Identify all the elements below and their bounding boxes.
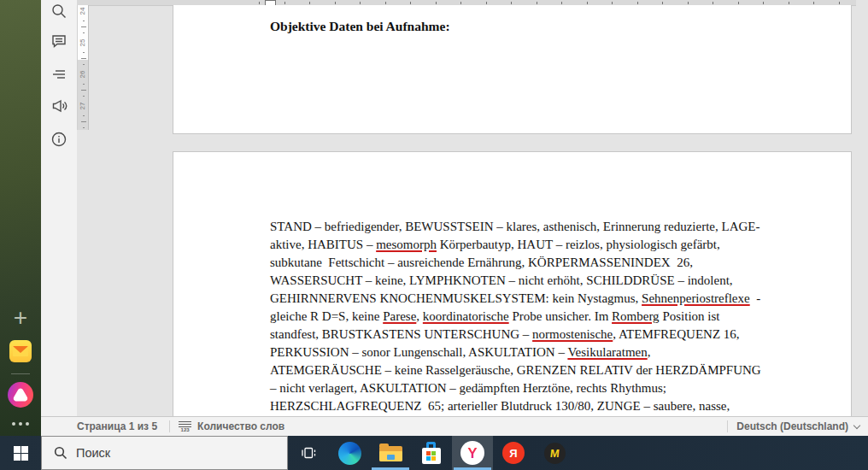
comments-button[interactable] (41, 26, 77, 56)
m-app-button[interactable]: M (534, 436, 575, 470)
statusbar-divider (727, 420, 728, 432)
about-button[interactable] (41, 125, 77, 154)
feedback-icon (50, 97, 67, 115)
screen: + (0, 0, 868, 470)
ruler-number: 24 (79, 5, 87, 17)
text-line: WASSERSUCHT – keine, LYMPHKNOTEN – nicht… (270, 272, 817, 290)
add-tab-icon[interactable]: + (0, 306, 41, 332)
navigation-icon (50, 66, 67, 83)
microsoft-store-button[interactable] (411, 436, 452, 470)
windows-logo-icon (14, 446, 28, 461)
comments-icon (50, 32, 67, 50)
language-label: Deutsch (Deutschland) (736, 420, 848, 432)
text-line: PERKUSSION – sonor Lungenschall, ASKULTA… (270, 344, 817, 361)
ruler-number: 27 (79, 100, 87, 112)
yandex-icon: Я (502, 442, 525, 464)
about-icon (50, 131, 67, 148)
folder-icon (379, 444, 402, 461)
taskbar-search-input[interactable]: Поиск (41, 436, 288, 470)
ruler-number: 26 (79, 68, 87, 80)
text-line: – nicht verlagert, ASKULTATION – gedämpf… (270, 379, 817, 397)
text-line: ATEMGERÄUSCHE – keine Rasselgeräusche, G… (270, 361, 817, 379)
search-button[interactable] (41, 0, 77, 26)
feedback-button[interactable] (41, 91, 77, 120)
envelope-icon (13, 346, 28, 356)
text-line: STAND – befriedigender, BEWUSSTSEIN – kl… (270, 218, 817, 236)
status-bar: Страница 1 из 5 123 Количество слов Deut… (41, 416, 868, 436)
language-selector[interactable]: Deutsch (Deutschland) (736, 420, 868, 432)
text-line: GEHIRNNERVENS KNOCHENMUSKELSYSTEM: kein … (270, 290, 817, 308)
search-placeholder: Поиск (76, 446, 110, 460)
ruler-number: 25 (79, 37, 87, 49)
task-view-button[interactable] (288, 436, 329, 470)
search-icon (54, 446, 67, 460)
search-icon (50, 3, 67, 20)
taskbar: Поиск (0, 436, 868, 470)
yandex-browser-icon: Y (460, 441, 484, 465)
text-line: standfest, BRUSTKASTENS UNTERSCHUNG – no… (270, 326, 817, 344)
alice-assistant-icon[interactable] (8, 382, 33, 408)
word-count-icon: 123 (179, 420, 191, 432)
chevron-down-icon (853, 421, 860, 428)
text-line: aktive, HABITUS – mesomorph Körperbautyp… (270, 236, 817, 254)
sidebar-divider (11, 373, 30, 374)
navigation-button[interactable] (41, 60, 77, 89)
page2-text: STAND – befriedigender, BEWUSSTSEIN – kl… (270, 218, 817, 415)
yandex-app-button[interactable]: Я (493, 436, 534, 470)
document-page-2[interactable]: STAND – befriedigender, BEWUSSTSEIN – kl… (173, 151, 852, 416)
start-button[interactable] (0, 436, 41, 470)
m-app-icon: M (544, 443, 566, 464)
store-icon (421, 442, 442, 465)
file-explorer-button[interactable] (370, 436, 411, 470)
task-view-icon (300, 444, 317, 461)
document-page-1[interactable]: Objektive Daten bei Aufnahme: (173, 5, 852, 134)
text-line: HERZSCHLAGFREQUENZ 65; arterieller Blutd… (270, 397, 817, 415)
yandex-mail-icon[interactable] (9, 340, 32, 362)
edge-icon (338, 442, 361, 465)
vertical-ruler: 24252627 (77, 5, 89, 130)
browser-sidebar: + (0, 0, 41, 436)
edge-button[interactable] (329, 436, 370, 470)
page-indicator[interactable]: Страница 1 из 5 (77, 420, 157, 432)
word-count-button[interactable]: Количество слов (197, 420, 284, 432)
text-line: subkutane Fettschicht – ausreichende Ern… (270, 254, 817, 272)
text-line: gleiche R D=S, keine Parese, koordinator… (270, 308, 817, 326)
more-icon[interactable] (0, 415, 41, 422)
yandex-browser-button[interactable]: Y (452, 436, 493, 470)
statusbar-divider (169, 420, 170, 432)
editor-left-toolbar (41, 0, 77, 416)
document-heading: Objektive Daten bei Aufnahme: (270, 19, 851, 34)
